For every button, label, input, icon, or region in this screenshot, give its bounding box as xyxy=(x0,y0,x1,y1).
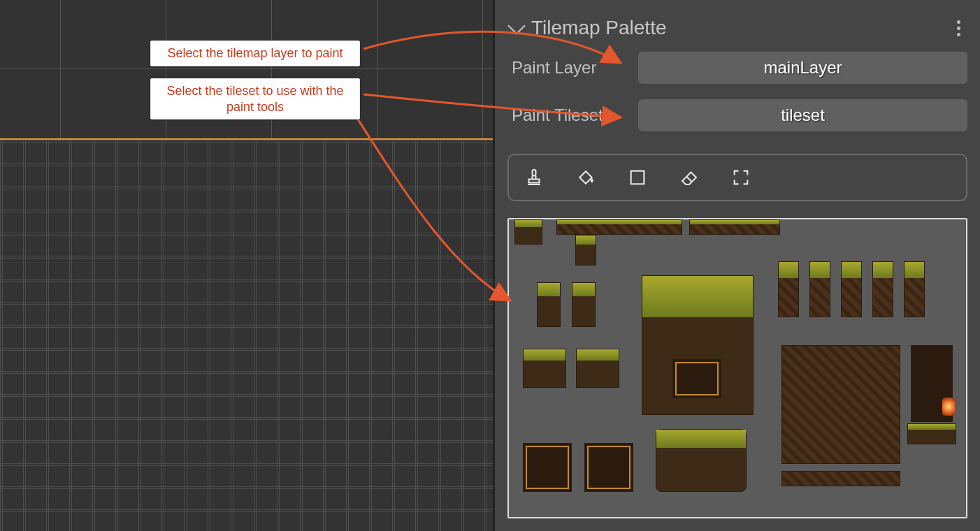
paint-tileset-dropdown[interactable]: tileset xyxy=(638,99,967,131)
paint-layer-row: Paint Layer mainLayer xyxy=(507,52,967,84)
panel-title: Tilemap Palette xyxy=(531,17,949,39)
eraser-tool-icon[interactable] xyxy=(677,165,702,190)
tilemap-palette-panel: Tilemap Palette Paint Layer mainLayer Pa… xyxy=(495,0,980,531)
tilemap-boundary-line xyxy=(0,138,493,140)
bucket-fill-tool-icon[interactable] xyxy=(573,165,598,190)
annotation-layer-hint: Select the tilemap layer to paint xyxy=(150,41,360,66)
fullscreen-tool-icon[interactable] xyxy=(728,165,754,190)
tilemap-grid xyxy=(0,140,493,531)
more-options-icon[interactable] xyxy=(957,20,965,36)
stamp-tool-icon[interactable] xyxy=(521,165,547,190)
paint-tileset-row: Paint Tileset tileset xyxy=(507,99,967,131)
tileset-preview[interactable] xyxy=(507,218,967,518)
tileset-tiles xyxy=(509,219,966,517)
paint-layer-label: Paint Layer xyxy=(507,58,623,78)
annotation-tileset-hint: Select the tileset to use with the paint… xyxy=(150,78,360,119)
collapse-icon[interactable] xyxy=(507,17,525,34)
svg-rect-1 xyxy=(631,171,644,184)
paint-tools-toolbar xyxy=(507,154,967,201)
rectangle-tool-icon[interactable] xyxy=(625,165,650,190)
svg-rect-0 xyxy=(533,170,536,176)
paint-tileset-label: Paint Tileset xyxy=(507,106,623,125)
paint-layer-dropdown[interactable]: mainLayer xyxy=(638,52,967,84)
